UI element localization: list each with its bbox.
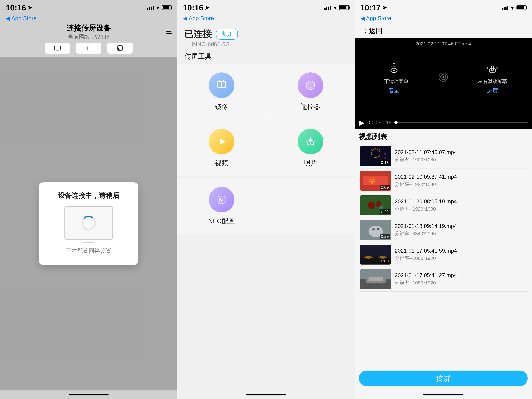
video-thumb-5: 0:09: [360, 245, 391, 265]
sub-title-p1: 当前网络：WIFI6: [66, 33, 111, 40]
status-bar-p2: 10:16 ➤ ▾: [177, 0, 355, 13]
svg-rect-45: [368, 277, 383, 281]
time-display: 0:00 / 0:18: [367, 120, 392, 126]
svg-point-32: [376, 201, 381, 207]
panel-connecting: 10:16 ➤ ▾ ◀ App Store 连接传屏设备 当前网络：WIFI6: [0, 0, 177, 399]
home-indicator-p3: [355, 391, 532, 399]
video-name-1: 2021-02-11 07:46:07.mp4: [395, 149, 526, 155]
video-controls: ▶ 0:00 / 0:18: [355, 116, 532, 129]
video-thumb-3: 0:22: [360, 195, 391, 215]
nfc-icon-circle: N: [209, 187, 234, 212]
tool-photo[interactable]: 照片: [266, 120, 355, 176]
nfc-grid: N NFC配置: [177, 178, 355, 234]
video-icon-circle: [209, 129, 234, 154]
location-icon-p1: ➤: [27, 4, 32, 11]
status-time-p3: 10:17 ➤: [360, 3, 387, 12]
video-item[interactable]: 2021-01-17 05:41:27.mp4 分辨率--1080*1920: [359, 267, 528, 291]
video-res-3: 分辨率--1920*1080: [395, 206, 526, 212]
wifi-icon-p3: ▾: [511, 4, 514, 11]
status-right-p1: ▾: [147, 4, 171, 11]
back-button-p3[interactable]: 〈 返回: [360, 26, 383, 36]
disconnect-button[interactable]: 断开: [216, 29, 238, 39]
tool-empty: [266, 178, 355, 234]
tool-mirror[interactable]: 镜像: [177, 64, 266, 120]
gesture-center-icon: [435, 69, 451, 85]
status-right-p2: ▾: [324, 4, 349, 11]
svg-rect-0: [54, 46, 60, 50]
photo-icon-circle: [298, 129, 323, 154]
home-bar-p1: [69, 394, 108, 395]
tools-grid: 镜像 遥控器 视频: [177, 64, 355, 176]
tool-nfc[interactable]: N NFC配置: [177, 178, 266, 234]
transmit-button[interactable]: 传屏: [359, 371, 528, 386]
video-list: 0:18 2021-02-11 07:46:07.mp4 分辨率--1920*1…: [359, 144, 528, 291]
gesture-progress: 左右滑动屏幕 进度: [478, 60, 507, 94]
home-bar-p3: [423, 394, 463, 395]
video-list-title: 视频列表: [359, 132, 528, 142]
svg-text:囍: 囍: [368, 177, 376, 184]
gesture-center: [435, 69, 451, 85]
svg-point-37: [377, 228, 379, 230]
menu-icon-p1[interactable]: [166, 30, 171, 34]
home-indicator-p2: [177, 391, 355, 399]
modal-box: 设备连接中，请稍后 正在配置网络设置: [39, 183, 139, 265]
svg-rect-28: [363, 177, 388, 185]
video-label: 视频: [215, 159, 228, 167]
nfc-btn-toolbar[interactable]: N: [107, 42, 133, 54]
panel-video-list: 10:17 ➤ ▾ ◀ App Store 〈 返回 2021-02-11 07…: [355, 0, 532, 399]
text-btn[interactable]: I: [76, 42, 101, 54]
toolbar-p1: I N: [0, 39, 177, 57]
progress-bar[interactable]: [394, 122, 528, 123]
status-time-p2: 10:16 ➤: [183, 3, 209, 12]
page-title-group-p1: 连接传屏设备 当前网络：WIFI6: [66, 23, 111, 40]
video-duration-1: 0:18: [380, 160, 390, 165]
video-name-4: 2021-01-18 09:14:19.mp4: [395, 223, 526, 229]
video-name-3: 2021-01-20 08:05:19.mp4: [395, 198, 526, 205]
play-button[interactable]: ▶: [359, 118, 365, 127]
modal-title: 设备连接中，请稍后: [58, 191, 119, 200]
video-item[interactable]: 0:29 2021-01-18 09:14:19.mp4 分辨率--3840*2…: [359, 218, 528, 242]
signal-icon-p2: [324, 5, 331, 10]
video-item[interactable]: 0:18 2021-02-11 07:46:07.mp4 分辨率--1920*1…: [359, 144, 528, 169]
remote-icon-circle: [298, 72, 323, 98]
video-duration-2: 2:09: [380, 185, 390, 190]
gesture-progress-label: 进度: [487, 87, 498, 94]
battery-icon-p2: [339, 5, 349, 10]
tool-remote[interactable]: 遥控器: [266, 64, 355, 120]
battery-icon-p3: [517, 5, 526, 10]
status-right-p3: ▾: [502, 4, 526, 11]
tools-section-title: 传屏工具: [177, 49, 355, 62]
video-name-6: 2021-01-17 05:41:27.mp4: [395, 272, 526, 279]
video-res-6: 分辨率--1080*1920: [395, 280, 526, 286]
video-res-5: 分辨率--1080*1920: [395, 255, 526, 261]
back-appstore-btn-p2[interactable]: ◀ App Store: [183, 15, 214, 21]
transmit-btn-row: 传屏: [355, 367, 532, 391]
svg-text:I: I: [87, 45, 89, 51]
video-thumb-6: [360, 269, 391, 289]
gesture-progress-icon: [485, 60, 500, 76]
main-content-p1: 设备连接中，请稍后 正在配置网络设置: [0, 57, 177, 391]
svg-text:N: N: [219, 197, 223, 203]
video-item[interactable]: 0:09 2021-01-17 05:41:59.mp4 分辨率--1080*1…: [359, 242, 528, 267]
video-res-2: 分辨率--1920*1080: [395, 181, 526, 188]
svg-point-17: [442, 76, 444, 78]
modal-subtitle: 正在配置网络设置: [66, 247, 111, 255]
back-appstore-btn-p1[interactable]: ◀ App Store: [6, 15, 37, 21]
video-info-1: 2021-02-11 07:46:07.mp4 分辨率--1920*1080: [395, 149, 526, 163]
connected-header: 已连接 断开 INNO-bd61-5G: [177, 24, 355, 49]
connected-row: 已连接 断开: [184, 28, 348, 40]
page-header-p1: 连接传屏设备 当前网络：WIFI6: [0, 24, 177, 39]
video-item[interactable]: 囍 2:09 2021-02-10 09:37:41.mp4 分辨率--1920…: [359, 169, 528, 193]
svg-point-41: [379, 256, 387, 259]
modal-overlay: 设备连接中，请稍后 正在配置网络设置: [0, 57, 177, 391]
signal-icon-p1: [147, 5, 154, 10]
screen-mirror-btn[interactable]: [44, 42, 70, 54]
signal-icon-p3: [502, 5, 508, 10]
video-item[interactable]: 0:22 2021-01-20 08:05:19.mp4 分辨率--1920*1…: [359, 193, 528, 218]
svg-point-36: [372, 228, 375, 230]
tool-video[interactable]: 视频: [177, 120, 266, 176]
back-appstore-btn-p3[interactable]: ◀ App Store: [360, 15, 391, 21]
svg-marker-8: [220, 138, 225, 145]
status-bar-p1: 10:16 ➤ ▾: [0, 0, 177, 13]
video-thumb-1: 0:18: [360, 146, 391, 166]
